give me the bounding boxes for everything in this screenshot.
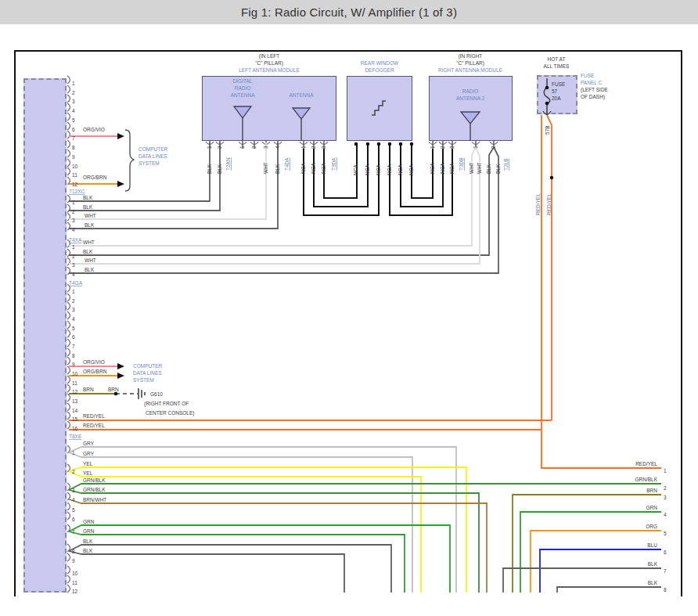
left-harness-connector-block — [23, 78, 67, 593]
left-antenna-module-box — [202, 76, 336, 141]
page-title: Fig 1: Radio Circuit, W/ Amplifier (1 of… — [241, 5, 457, 19]
right-antenna-module-box — [429, 76, 513, 141]
wiring-diagram-page: Fig 1: Radio Circuit, W/ Amplifier (1 of… — [0, 0, 698, 616]
fuse-panel-box — [537, 75, 577, 114]
rear-window-defogger-box — [347, 76, 412, 141]
title-bar: Fig 1: Radio Circuit, W/ Amplifier (1 of… — [0, 0, 698, 24]
